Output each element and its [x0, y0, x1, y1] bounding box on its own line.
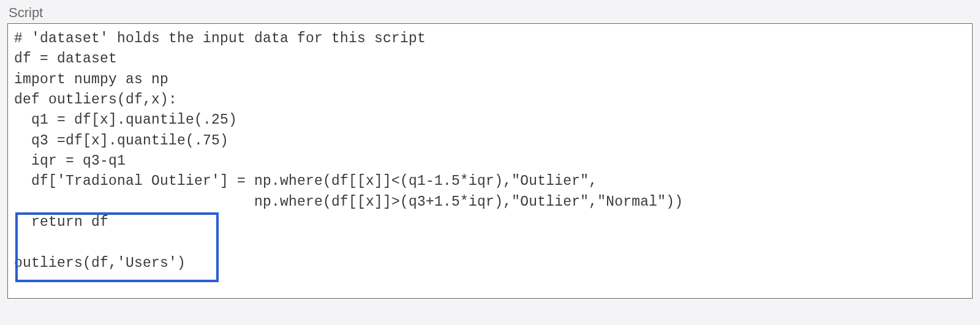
field-label: Script	[9, 5, 973, 21]
script-code[interactable]: # 'dataset' holds the input data for thi…	[14, 29, 966, 274]
script-editor[interactable]: # 'dataset' holds the input data for thi…	[7, 23, 973, 299]
